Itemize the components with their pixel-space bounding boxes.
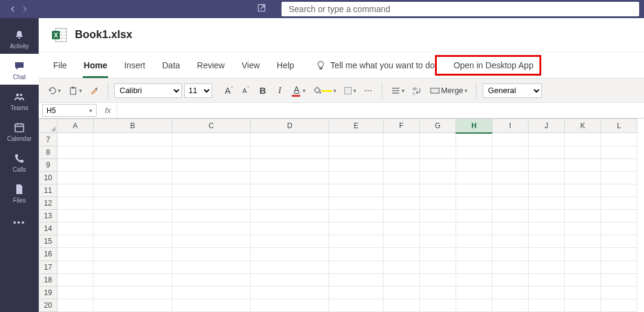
cell[interactable]	[384, 248, 420, 261]
cell[interactable]	[94, 133, 172, 146]
cell[interactable]	[384, 197, 420, 210]
paste-button[interactable]: ▾	[66, 83, 85, 99]
cell[interactable]	[57, 273, 94, 286]
cell[interactable]	[251, 210, 329, 223]
cell[interactable]	[94, 235, 172, 248]
cell[interactable]	[329, 184, 384, 197]
cell[interactable]	[601, 158, 637, 171]
cell[interactable]	[251, 133, 329, 146]
cell[interactable]	[251, 184, 329, 197]
cell[interactable]	[456, 273, 492, 286]
cell[interactable]	[172, 248, 251, 261]
column-header[interactable]: G	[420, 119, 456, 133]
cell[interactable]	[529, 261, 565, 273]
cell[interactable]	[329, 158, 384, 171]
column-header[interactable]: D	[251, 119, 329, 133]
row-header[interactable]: 17	[39, 261, 57, 273]
column-header[interactable]: I	[492, 119, 529, 133]
cell[interactable]	[601, 223, 637, 235]
cell[interactable]	[384, 184, 420, 197]
rail-teams[interactable]: Teams	[0, 85, 39, 115]
cell[interactable]	[420, 299, 456, 311]
cell[interactable]	[492, 184, 529, 197]
fill-color-button[interactable]: ▾	[311, 83, 339, 99]
cell[interactable]	[57, 184, 94, 197]
cell[interactable]	[492, 197, 529, 210]
cell[interactable]	[529, 210, 565, 223]
cell[interactable]	[251, 197, 329, 210]
cell[interactable]	[601, 184, 637, 197]
fx-icon[interactable]: fx	[99, 103, 117, 118]
column-header[interactable]: J	[529, 119, 565, 133]
cell[interactable]	[57, 223, 94, 235]
row-header[interactable]: 8	[39, 146, 57, 158]
cell[interactable]	[94, 171, 172, 184]
cell[interactable]	[57, 248, 94, 261]
rail-activity[interactable]: Activity	[0, 23, 39, 54]
tab-home[interactable]: Home	[76, 52, 116, 78]
cell[interactable]	[492, 223, 529, 235]
cell[interactable]	[529, 248, 565, 261]
tell-me-search[interactable]: Tell me what you want to do	[316, 60, 435, 70]
cell[interactable]	[94, 261, 172, 273]
cell[interactable]	[384, 286, 420, 299]
cell[interactable]	[565, 273, 601, 286]
cell[interactable]	[329, 286, 384, 299]
cell[interactable]	[172, 171, 251, 184]
tab-data[interactable]: Data	[153, 52, 188, 78]
cell[interactable]	[172, 146, 251, 158]
tab-review[interactable]: Review	[188, 52, 233, 78]
select-all-corner[interactable]	[39, 119, 57, 133]
font-color-button[interactable]: A▾	[289, 83, 308, 99]
cell[interactable]	[565, 210, 601, 223]
cell[interactable]	[420, 223, 456, 235]
back-button[interactable]	[8, 5, 17, 13]
cell[interactable]	[492, 235, 529, 248]
command-search[interactable]: Search or type a command	[282, 2, 639, 16]
forward-button[interactable]	[21, 5, 29, 13]
font-size-select[interactable]: 11	[184, 83, 212, 98]
cell[interactable]	[94, 248, 172, 261]
cell[interactable]	[529, 197, 565, 210]
cell[interactable]	[57, 261, 94, 273]
cell[interactable]	[329, 223, 384, 235]
cell[interactable]	[492, 273, 529, 286]
cell[interactable]	[529, 133, 565, 146]
column-header[interactable]: E	[329, 119, 384, 133]
cell[interactable]	[57, 235, 94, 248]
cell[interactable]	[251, 299, 329, 311]
cell[interactable]	[420, 273, 456, 286]
cell[interactable]	[420, 184, 456, 197]
cell[interactable]	[601, 197, 637, 210]
cell[interactable]	[94, 210, 172, 223]
cell[interactable]	[329, 273, 384, 286]
cell[interactable]	[601, 133, 637, 146]
cell[interactable]	[94, 158, 172, 171]
cell[interactable]	[172, 299, 251, 311]
cell[interactable]	[420, 286, 456, 299]
cell[interactable]	[456, 248, 492, 261]
cell[interactable]	[565, 197, 601, 210]
column-header[interactable]: H	[456, 119, 492, 133]
cell[interactable]	[565, 171, 601, 184]
cell[interactable]	[172, 158, 251, 171]
cell[interactable]	[172, 286, 251, 299]
cell[interactable]	[420, 235, 456, 248]
cell[interactable]	[456, 235, 492, 248]
cell[interactable]	[251, 146, 329, 158]
cell[interactable]	[251, 158, 329, 171]
cell[interactable]	[529, 299, 565, 311]
cell[interactable]	[57, 171, 94, 184]
cell[interactable]	[329, 133, 384, 146]
row-header[interactable]: 20	[39, 299, 57, 311]
cell[interactable]	[57, 133, 94, 146]
cell[interactable]	[565, 248, 601, 261]
cell[interactable]	[456, 210, 492, 223]
more-formatting-button[interactable]: ⋯	[361, 83, 376, 99]
rail-more[interactable]: •••	[0, 210, 39, 235]
merge-button[interactable]: Merge▾	[428, 83, 470, 99]
column-header[interactable]: F	[384, 119, 420, 133]
cell[interactable]	[529, 171, 565, 184]
tab-insert[interactable]: Insert	[115, 52, 153, 78]
cell[interactable]	[94, 146, 172, 158]
